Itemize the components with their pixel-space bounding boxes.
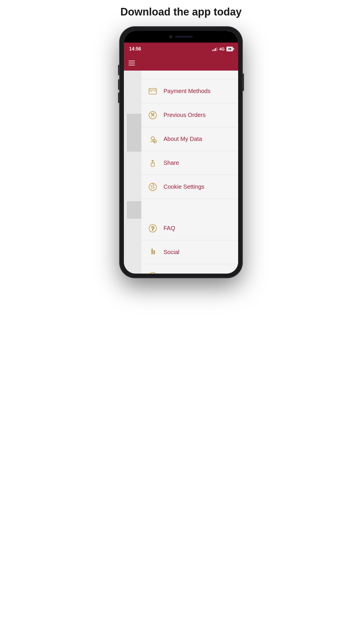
orders-label: Previous Orders <box>164 112 206 118</box>
drawer-item-social[interactable]: Social <box>141 240 238 264</box>
hamburger-line-3 <box>129 65 135 65</box>
payment-label: Payment Methods <box>164 88 210 94</box>
signal-icon <box>212 47 217 51</box>
svg-point-16 <box>153 185 154 186</box>
social-icon <box>147 247 158 258</box>
svg-point-19 <box>153 186 153 187</box>
status-bar: 14:56 4G 39 <box>124 43 238 55</box>
phone-wrapper: 14:56 4G 39 <box>120 27 242 278</box>
contact-svg: i <box>148 271 158 274</box>
phone-screen: 14:56 4G 39 <box>124 31 238 274</box>
drawer-item-previous-orders[interactable]: Previous Orders <box>141 103 238 127</box>
share-icon <box>147 158 158 169</box>
cookie-svg <box>148 182 158 192</box>
speaker-bar <box>175 36 193 38</box>
svg-rect-23 <box>154 250 155 254</box>
signal-bar-1 <box>212 50 213 51</box>
app-header <box>124 55 238 71</box>
drawer-item-faq[interactable]: ? FAQ <box>141 216 238 240</box>
drawer-main-section: Profile Payment Methods <box>141 55 238 199</box>
share-label: Share <box>164 160 179 166</box>
cookie-label: Cookie Settings <box>164 183 204 190</box>
data-label: About My Data <box>164 136 202 142</box>
svg-point-18 <box>154 187 154 188</box>
phone-top-bar <box>124 31 238 43</box>
status-right: 4G 39 <box>212 47 233 51</box>
drawer-item-cookie-settings[interactable]: Cookie Settings <box>141 175 238 199</box>
hamburger-line-1 <box>129 61 135 61</box>
svg-point-15 <box>151 186 152 186</box>
signal-bar-3 <box>215 48 216 51</box>
payment-icon <box>147 86 158 97</box>
faq-svg: ? <box>148 223 158 233</box>
status-time: 14:56 <box>129 46 141 52</box>
contact-label: Contact Us <box>164 273 192 274</box>
battery-level: 39 <box>226 47 233 51</box>
data-svg <box>148 134 158 144</box>
drawer-bottom-section: ? FAQ Social <box>141 216 238 274</box>
svg-point-17 <box>152 188 152 188</box>
social-label: Social <box>164 249 179 256</box>
signal-bar-4 <box>217 47 217 51</box>
social-svg <box>148 247 158 257</box>
faq-icon: ? <box>147 223 158 234</box>
page-title: Download the app today <box>115 6 247 18</box>
contact-icon: i <box>147 271 158 274</box>
data-icon <box>147 134 158 145</box>
faq-label: FAQ <box>164 225 175 232</box>
drawer-item-about-my-data[interactable]: About My Data <box>141 127 238 151</box>
share-svg <box>148 158 158 168</box>
svg-point-14 <box>149 183 157 191</box>
drawer-item-payment-methods[interactable]: Payment Methods <box>141 79 238 103</box>
signal-bar-2 <box>214 49 215 51</box>
hamburger-button[interactable] <box>129 61 135 65</box>
payment-svg <box>148 86 158 96</box>
svg-point-8 <box>151 136 154 140</box>
svg-text:?: ? <box>151 225 154 232</box>
hamburger-line-2 <box>129 63 135 63</box>
orders-svg <box>148 110 158 120</box>
orders-icon <box>147 110 158 121</box>
drawer-spacer <box>141 199 238 216</box>
navigation-drawer: Profile Payment Methods <box>141 55 238 274</box>
svg-rect-22 <box>152 249 153 254</box>
battery-icon: 39 <box>226 47 233 51</box>
drawer-item-contact-us[interactable]: i Contact Us <box>141 264 238 274</box>
camera-dot <box>169 35 172 38</box>
drawer-item-share[interactable]: Share <box>141 151 238 175</box>
cookie-icon <box>147 181 158 192</box>
svg-rect-12 <box>151 163 154 166</box>
svg-rect-1 <box>149 88 157 94</box>
network-label: 4G <box>219 47 225 51</box>
